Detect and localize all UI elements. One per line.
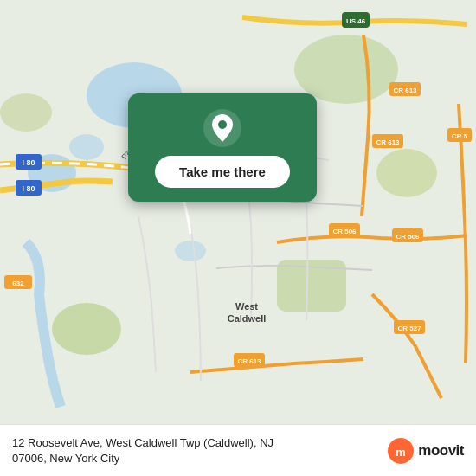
svg-text:CR 527: CR 527 <box>397 325 421 332</box>
moovit-label: moovit <box>418 442 464 460</box>
svg-text:I 80: I 80 <box>22 158 35 167</box>
svg-text:CR 506: CR 506 <box>332 228 357 235</box>
address-line1: 12 Roosevelt Ave, West Caldwell Twp (Cal… <box>12 436 273 449</box>
svg-text:CR 613: CR 613 <box>376 138 400 146</box>
svg-text:m: m <box>396 446 406 459</box>
map-container: I 80 I 80 US 46 CR 613 CR 613 CR 506 CR … <box>0 0 476 424</box>
svg-text:CR 5: CR 5 <box>452 132 468 140</box>
moovit-logo: m moovit <box>387 437 464 465</box>
svg-text:CR 613: CR 613 <box>237 357 261 365</box>
map-popup: Take me there <box>128 93 317 202</box>
take-me-there-button[interactable]: Take me there <box>155 156 290 188</box>
svg-text:West: West <box>235 301 258 312</box>
bottom-bar: 12 Roosevelt Ave, West Caldwell Twp (Cal… <box>0 424 476 476</box>
svg-point-8 <box>52 303 121 355</box>
svg-point-36 <box>218 120 227 129</box>
location-pin-icon <box>203 109 241 147</box>
svg-text:Caldwell: Caldwell <box>228 313 267 324</box>
svg-point-4 <box>175 241 206 261</box>
svg-text:I 80: I 80 <box>22 184 35 193</box>
svg-point-6 <box>376 149 437 197</box>
svg-point-3 <box>69 134 104 160</box>
svg-text:CR 613: CR 613 <box>393 87 417 94</box>
moovit-icon: m <box>387 437 415 465</box>
svg-text:CR 506: CR 506 <box>396 233 420 241</box>
svg-text:US 46: US 46 <box>346 17 366 25</box>
address-text: 12 Roosevelt Ave, West Caldwell Twp (Cal… <box>12 435 378 466</box>
svg-text:632: 632 <box>12 280 24 287</box>
svg-point-9 <box>0 93 52 132</box>
address-line2: 07006, New York City <box>12 452 119 465</box>
